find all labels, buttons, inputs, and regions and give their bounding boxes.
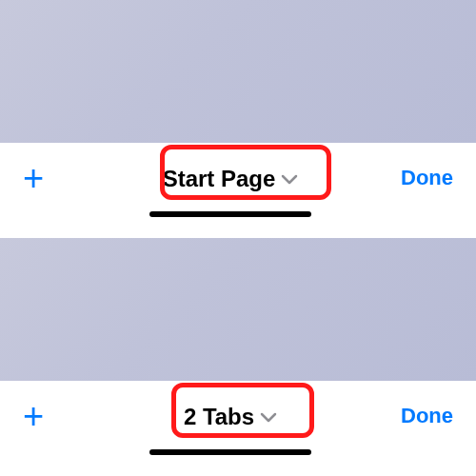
done-label: Done (401, 404, 453, 427)
tab-overview-toolbar: + 2 Tabs Done (0, 381, 476, 476)
chevron-down-icon (260, 411, 277, 423)
tab-group-selector[interactable]: 2 Tabs (170, 398, 290, 436)
tab-group-selector[interactable]: Start Page (149, 160, 312, 198)
new-tab-button[interactable]: + (23, 160, 65, 196)
tab-overview-panel: + Start Page Done (0, 0, 476, 238)
new-tab-button[interactable]: + (23, 398, 65, 434)
done-button[interactable]: Done (396, 398, 453, 431)
plus-icon: + (23, 158, 44, 198)
toolbar-center: 2 Tabs (149, 398, 311, 455)
blurred-content-area (0, 238, 476, 381)
tab-overview-toolbar: + Start Page Done (0, 143, 476, 238)
done-button[interactable]: Done (396, 160, 453, 193)
plus-icon: + (23, 396, 44, 436)
home-indicator (149, 449, 311, 455)
tab-group-label: Start Page (163, 166, 276, 192)
chevron-down-icon (281, 173, 298, 185)
done-label: Done (401, 166, 453, 189)
tab-overview-panel: + 2 Tabs Done (0, 238, 476, 476)
blurred-content-area (0, 0, 476, 143)
toolbar-center: Start Page (149, 160, 312, 217)
home-indicator (149, 211, 311, 217)
tab-group-label: 2 Tabs (184, 404, 254, 430)
